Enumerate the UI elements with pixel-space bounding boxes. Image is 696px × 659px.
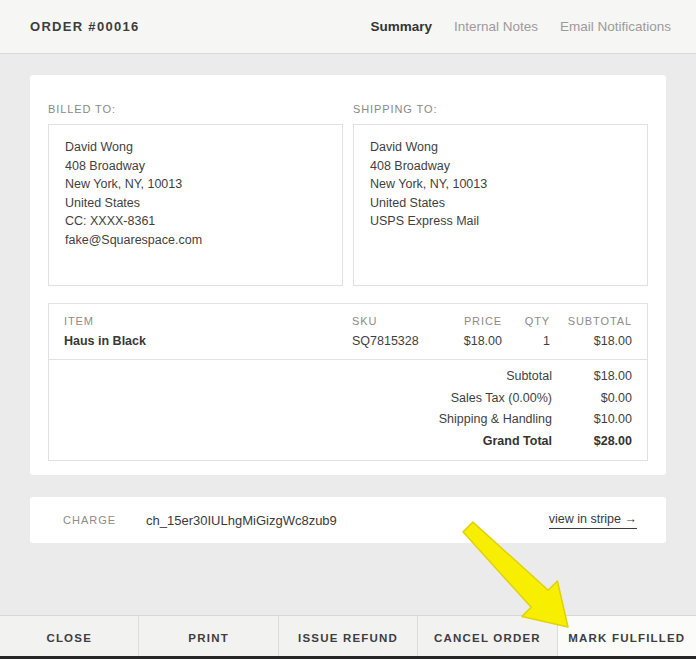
header-bar: ORDER #00016 Summary Internal Notes Emai…: [0, 0, 696, 54]
tab-bar: Summary Internal Notes Email Notificatio…: [348, 19, 671, 34]
item-price: $18.00: [442, 334, 502, 348]
shipping-handling-value: $10.00: [552, 409, 632, 431]
page-title: ORDER #00016: [30, 19, 140, 34]
billed-to-label: BILLED TO:: [48, 103, 343, 115]
shipping-address-box: David Wong 408 Broadway New York, NY, 10…: [353, 124, 648, 286]
close-button[interactable]: CLOSE: [0, 616, 138, 659]
column-header-price: PRICE: [442, 315, 502, 327]
item-name: Haus in Black: [64, 334, 352, 348]
address-line: CC: XXXX-8361: [65, 212, 326, 231]
grand-total-label: Grand Total: [64, 431, 552, 453]
tab-internal-notes[interactable]: Internal Notes: [454, 19, 538, 34]
column-header-subtotal: SUBTOTAL: [550, 315, 632, 327]
sales-tax-row: Sales Tax (0.00%) $0.00: [64, 388, 632, 410]
address-line: 408 Broadway: [65, 157, 326, 176]
order-summary-card: BILLED TO: David Wong 408 Broadway New Y…: [30, 75, 666, 475]
address-line: United States: [370, 194, 631, 213]
billed-to-section: BILLED TO: David Wong 408 Broadway New Y…: [48, 103, 343, 286]
table-row: Haus in Black SQ7815328 $18.00 1 $18.00: [49, 334, 647, 359]
address-line: 408 Broadway: [370, 157, 631, 176]
mark-fulfilled-button[interactable]: MARK FULFILLED: [557, 616, 696, 659]
address-line: USPS Express Mail: [370, 212, 631, 231]
address-line: New York, NY, 10013: [370, 175, 631, 194]
tab-email-notifications[interactable]: Email Notifications: [560, 19, 671, 34]
address-line: David Wong: [370, 138, 631, 157]
subtotal-value: $18.00: [552, 366, 632, 388]
shipping-to-label: SHIPPING TO:: [353, 103, 648, 115]
address-line: New York, NY, 10013: [65, 175, 326, 194]
cancel-order-button[interactable]: CANCEL ORDER: [417, 616, 556, 659]
charge-id: ch_15er30IULhgMiGizgWc8zub9: [146, 513, 549, 528]
address-line: fake@Squarespace.com: [65, 231, 326, 250]
address-columns: BILLED TO: David Wong 408 Broadway New Y…: [48, 103, 648, 286]
address-line: United States: [65, 194, 326, 213]
grand-total-row: Grand Total $28.00: [64, 431, 632, 453]
subtotal-row: Subtotal $18.00: [64, 366, 632, 388]
item-qty: 1: [502, 334, 550, 348]
items-table: ITEM SKU PRICE QTY SUBTOTAL Haus in Blac…: [48, 303, 648, 461]
totals-section: Subtotal $18.00 Sales Tax (0.00%) $0.00 …: [49, 359, 647, 460]
column-header-qty: QTY: [502, 315, 550, 327]
charge-bar: CHARGE ch_15er30IULhgMiGizgWc8zub9 view …: [30, 497, 666, 543]
tab-summary[interactable]: Summary: [370, 19, 432, 34]
charge-label: CHARGE: [63, 514, 116, 526]
grand-total-value: $28.00: [552, 431, 632, 453]
shipping-to-section: SHIPPING TO: David Wong 408 Broadway New…: [353, 103, 648, 286]
address-line: David Wong: [65, 138, 326, 157]
column-header-sku: SKU: [352, 315, 442, 327]
items-table-header: ITEM SKU PRICE QTY SUBTOTAL: [49, 304, 647, 334]
billing-address-box: David Wong 408 Broadway New York, NY, 10…: [48, 124, 343, 286]
subtotal-label: Subtotal: [64, 366, 552, 388]
order-detail-screen: ORDER #00016 Summary Internal Notes Emai…: [0, 0, 696, 659]
issue-refund-button[interactable]: ISSUE REFUND: [278, 616, 417, 659]
view-in-stripe-link[interactable]: view in stripe →: [549, 512, 637, 529]
action-bar: CLOSE PRINT ISSUE REFUND CANCEL ORDER MA…: [0, 615, 696, 659]
print-button[interactable]: PRINT: [138, 616, 277, 659]
item-subtotal: $18.00: [550, 334, 632, 348]
sales-tax-label: Sales Tax (0.00%): [64, 388, 552, 410]
item-sku: SQ7815328: [352, 334, 442, 348]
column-header-item: ITEM: [64, 315, 352, 327]
shipping-handling-row: Shipping & Handling $10.00: [64, 409, 632, 431]
sales-tax-value: $0.00: [552, 388, 632, 410]
shipping-handling-label: Shipping & Handling: [64, 409, 552, 431]
